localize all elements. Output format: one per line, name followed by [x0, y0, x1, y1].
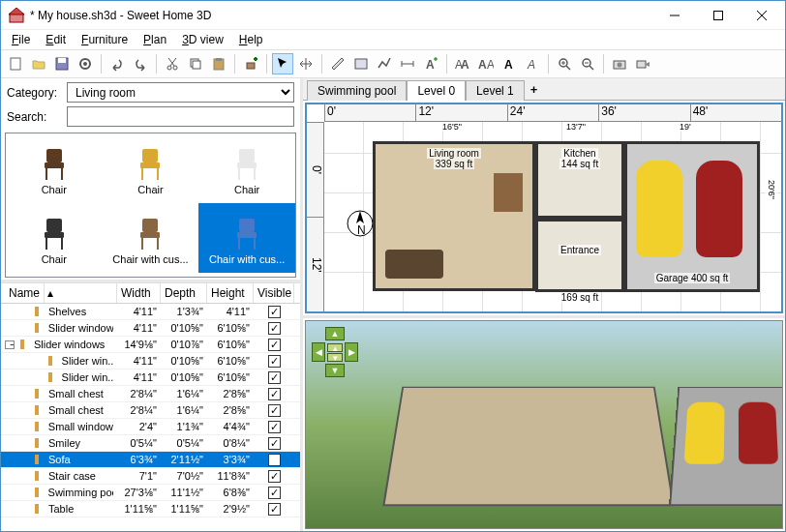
create-rooms-icon[interactable]: [350, 53, 372, 74]
table-row[interactable]: Stair case 7'1" 7'0½" 11'8¾" ✓: [1, 468, 300, 485]
col-depth[interactable]: Depth: [161, 283, 207, 303]
video-icon[interactable]: [632, 53, 653, 74]
visible-checkbox[interactable]: ✓: [268, 503, 281, 516]
tab-level-1[interactable]: Level 1: [466, 80, 525, 101]
table-row[interactable]: Shelves 4'11" 1'3¾" 4'11" ✓: [1, 304, 300, 320]
create-text-icon[interactable]: A: [420, 53, 441, 74]
new-icon[interactable]: [5, 53, 26, 74]
titlebar: * My house.sh3d - Sweet Home 3D: [1, 1, 785, 30]
search-input[interactable]: [67, 106, 294, 127]
room-kitchen[interactable]: Kitchen 144 sq ft: [535, 141, 624, 219]
rotate-down-icon[interactable]: ▼: [325, 364, 345, 377]
visible-checkbox[interactable]: ✓: [268, 306, 281, 318]
visible-checkbox[interactable]: ✓: [268, 339, 281, 351]
catalog-item[interactable]: Chair: [198, 133, 295, 203]
visible-checkbox[interactable]: ✓: [268, 421, 281, 433]
compass-icon[interactable]: N: [346, 209, 375, 238]
furniture-tree[interactable]: Name ▴ Width Depth Height Visible Shelve…: [1, 282, 300, 531]
expander-icon[interactable]: −: [5, 340, 15, 349]
catalog-item[interactable]: Chair with cus...: [198, 203, 295, 273]
menu-3dview[interactable]: 3D view: [175, 32, 230, 47]
menu-file[interactable]: File: [5, 32, 37, 47]
col-width[interactable]: Width: [117, 283, 161, 303]
room-living[interactable]: Living room 339 sq ft: [373, 141, 535, 291]
increase-size-icon[interactable]: AA: [452, 53, 473, 74]
catalog-item[interactable]: Chair with cus...: [103, 203, 199, 273]
table-row[interactable]: Swimming pool 27'3⅛" 11'1½" 6'8⅜" ✓: [1, 485, 300, 501]
zoom-out-icon[interactable]: [577, 53, 598, 74]
select-tool-icon[interactable]: [272, 53, 293, 74]
table-row[interactable]: Small chest 2'8¼" 1'6¼" 2'8⅝" ✓: [1, 386, 300, 402]
rotate-up-icon[interactable]: ▲: [325, 327, 345, 340]
zoom-back-icon[interactable]: ▾: [327, 353, 343, 362]
plan-view[interactable]: 0'12'24'36'48' 0'12' N 16'5" 13'7" 19' 2…: [305, 103, 783, 313]
visible-checkbox[interactable]: ✓: [268, 388, 281, 400]
room-entrance[interactable]: Entrance 169 sq ft: [535, 219, 624, 292]
add-level-button[interactable]: +: [525, 79, 544, 100]
close-button[interactable]: [740, 1, 783, 29]
copy-icon[interactable]: [185, 53, 206, 74]
visible-checkbox[interactable]: ✓: [268, 322, 281, 335]
col-visible[interactable]: Visible: [254, 283, 294, 303]
col-name[interactable]: Name ▴: [1, 283, 117, 303]
tree-header[interactable]: Name ▴ Width Depth Height Visible: [1, 283, 300, 304]
car-red-icon[interactable]: [696, 161, 742, 257]
menu-edit[interactable]: Edit: [39, 32, 73, 47]
create-polylines-icon[interactable]: [374, 53, 395, 74]
undo-icon[interactable]: [106, 53, 128, 74]
decrease-size-icon[interactable]: AA: [475, 53, 497, 74]
table-row[interactable]: Slider window 4'11" 0'10⅝" 6'10⅝" ✓: [1, 320, 300, 337]
table-row[interactable]: Sofa 6'3¾" 2'11½" 3'3¾" ✓: [1, 452, 300, 468]
table-row[interactable]: −Slider windows 14'9⅛" 0'10⅞" 6'10⅝" ✓: [1, 337, 300, 353]
cut-icon[interactable]: [162, 53, 183, 74]
catalog-item[interactable]: Chair: [103, 133, 199, 203]
table-row[interactable]: Smiley 0'5¼" 0'5¼" 0'8¼" ✓: [1, 435, 300, 452]
col-height[interactable]: Height: [207, 283, 254, 303]
rotate-right-icon[interactable]: ▶: [345, 342, 358, 362]
zoom-in-icon[interactable]: [554, 53, 575, 74]
visible-checkbox[interactable]: ✓: [268, 470, 281, 483]
car-yellow-icon[interactable]: [636, 161, 682, 257]
photo-icon[interactable]: [609, 53, 630, 74]
menu-plan[interactable]: Plan: [136, 32, 173, 47]
add-furniture-icon[interactable]: [240, 53, 261, 74]
rotate-left-icon[interactable]: ◀: [312, 342, 325, 362]
bold-icon[interactable]: A: [499, 53, 520, 74]
catalog-item[interactable]: Chair: [6, 203, 103, 273]
pan-tool-icon[interactable]: [295, 53, 317, 74]
tab-level-0[interactable]: Level 0: [407, 80, 466, 101]
create-walls-icon[interactable]: [327, 53, 348, 74]
horizontal-splitter-3d[interactable]: [303, 315, 785, 318]
plan-canvas[interactable]: N 16'5" 13'7" 19' 20'6" Living room 339 …: [324, 122, 781, 311]
tab-swimming-pool[interactable]: Swimming pool: [307, 80, 407, 101]
italic-icon[interactable]: A: [522, 53, 543, 74]
catalog-item[interactable]: Chair: [6, 133, 103, 203]
category-select[interactable]: Living room: [67, 82, 294, 103]
sofa-icon[interactable]: [385, 250, 443, 279]
open-icon[interactable]: [28, 53, 49, 74]
zoom-fwd-icon[interactable]: ▴: [327, 343, 343, 352]
minimize-button[interactable]: [652, 1, 696, 29]
maximize-button[interactable]: [696, 1, 740, 29]
visible-checkbox[interactable]: ✓: [268, 404, 281, 417]
3d-view[interactable]: ▲ ◀ ▶ ▼ ▴ ▾: [305, 320, 783, 529]
paste-icon[interactable]: [208, 53, 229, 74]
visible-checkbox[interactable]: ✓: [268, 454, 281, 466]
3d-model[interactable]: [364, 350, 753, 514]
table-row[interactable]: Table 1'11⅝" 1'11⅝" 2'9½" ✓: [1, 501, 300, 517]
menu-furniture[interactable]: Furniture: [75, 32, 135, 47]
shelves-icon[interactable]: [494, 173, 523, 212]
table-row[interactable]: Small window 2'4" 1'1¾" 4'4¾" ✓: [1, 419, 300, 435]
redo-icon[interactable]: [130, 53, 151, 74]
table-row[interactable]: Slider win... 4'11" 0'10⅝" 6'10⅝" ✓: [1, 353, 300, 369]
save-icon[interactable]: [51, 53, 73, 74]
visible-checkbox[interactable]: ✓: [268, 437, 281, 450]
preferences-icon[interactable]: [75, 53, 96, 74]
menu-help[interactable]: Help: [232, 32, 270, 47]
table-row[interactable]: Slider win... 4'11" 0'10⅝" 6'10⅝" ✓: [1, 369, 300, 386]
create-dimensions-icon[interactable]: [397, 53, 418, 74]
visible-checkbox[interactable]: ✓: [268, 371, 281, 384]
visible-checkbox[interactable]: ✓: [268, 487, 281, 499]
visible-checkbox[interactable]: ✓: [268, 355, 281, 368]
table-row[interactable]: Small chest 2'8¼" 1'6¼" 2'8⅝" ✓: [1, 402, 300, 419]
